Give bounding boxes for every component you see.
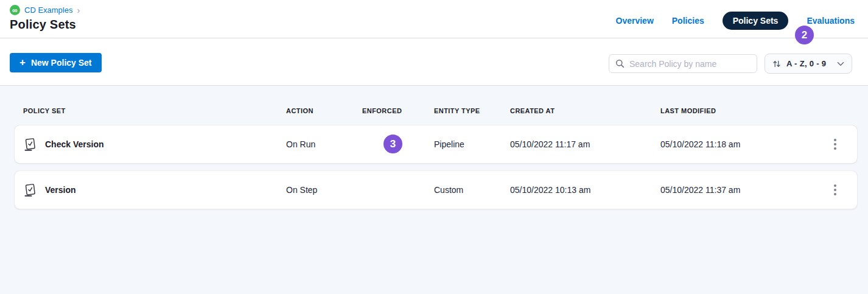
chevron-right-icon: › xyxy=(77,5,80,15)
tutorial-step-badge-2: 2 xyxy=(795,26,814,44)
page-header: ∞ CD Examples › Policy Sets Overview Pol… xyxy=(0,0,868,38)
column-header-policy-set: POLICY SET xyxy=(23,107,286,114)
column-header-last-modified: LAST MODIFIED xyxy=(660,107,813,114)
column-header-action: ACTION xyxy=(286,107,362,114)
table-row[interactable]: Check Version On Run Pipeline 05/10/2022… xyxy=(15,125,857,163)
policy-set-name: Check Version xyxy=(45,139,104,149)
policy-set-icon xyxy=(23,183,37,198)
page-title: Policy Sets xyxy=(10,18,76,32)
breadcrumb: ∞ CD Examples › xyxy=(10,5,80,15)
row-menu-kebab-icon[interactable] xyxy=(829,181,841,198)
tutorial-step-badge-3: 3 xyxy=(383,135,402,153)
column-header-enforced: ENFORCED xyxy=(362,107,434,114)
column-header-created-at: CREATED AT xyxy=(510,107,660,114)
entity-type-value: Pipeline xyxy=(434,139,510,149)
entity-type-value: Custom xyxy=(434,185,510,195)
column-header-entity-type: ENTITY TYPE xyxy=(434,107,510,114)
tab-overview[interactable]: Overview xyxy=(616,16,654,26)
action-value: On Run xyxy=(286,139,362,149)
plus-icon: + xyxy=(19,57,26,68)
last-modified-value: 05/10/2022 11:18 am xyxy=(660,139,813,149)
top-nav: Overview Policies Policy Sets Evaluation… xyxy=(616,12,855,30)
created-at-value: 05/10/2022 10:13 am xyxy=(510,185,660,195)
new-policy-set-label: New Policy Set xyxy=(31,58,92,68)
policy-set-name: Version xyxy=(45,185,76,195)
action-value: On Step xyxy=(286,185,362,195)
last-modified-value: 05/10/2022 11:37 am xyxy=(660,185,813,195)
breadcrumb-project-link[interactable]: CD Examples xyxy=(24,5,72,15)
tab-evaluations[interactable]: Evaluations xyxy=(807,16,855,26)
sort-value: A - Z, 0 - 9 xyxy=(786,59,831,68)
cd-module-icon: ∞ xyxy=(10,5,20,15)
policy-set-icon xyxy=(23,137,37,152)
search-box xyxy=(609,54,757,73)
toolbar: + New Policy Set A - Z, 0 - 9 xyxy=(0,38,868,86)
tab-policy-sets[interactable]: Policy Sets xyxy=(723,12,789,30)
created-at-value: 05/10/2022 11:17 am xyxy=(510,139,660,149)
sort-dropdown[interactable]: A - Z, 0 - 9 xyxy=(765,54,852,74)
policy-set-list-section: POLICY SET ACTION ENFORCED ENTITY TYPE C… xyxy=(0,86,868,294)
sort-arrows-icon xyxy=(772,60,781,68)
new-policy-set-button[interactable]: + New Policy Set xyxy=(10,53,102,72)
search-icon xyxy=(615,59,625,68)
tab-policies[interactable]: Policies xyxy=(672,16,704,26)
table-row[interactable]: Version On Step Custom 05/10/2022 10:13 … xyxy=(15,171,857,209)
policy-sets-page: { "breadcrumb": { "project_label": "CD E… xyxy=(0,0,868,294)
table-header-row: POLICY SET ACTION ENFORCED ENTITY TYPE C… xyxy=(15,107,857,114)
search-input[interactable] xyxy=(629,59,751,69)
chevron-down-icon xyxy=(837,61,844,66)
row-menu-kebab-icon[interactable] xyxy=(829,136,841,153)
